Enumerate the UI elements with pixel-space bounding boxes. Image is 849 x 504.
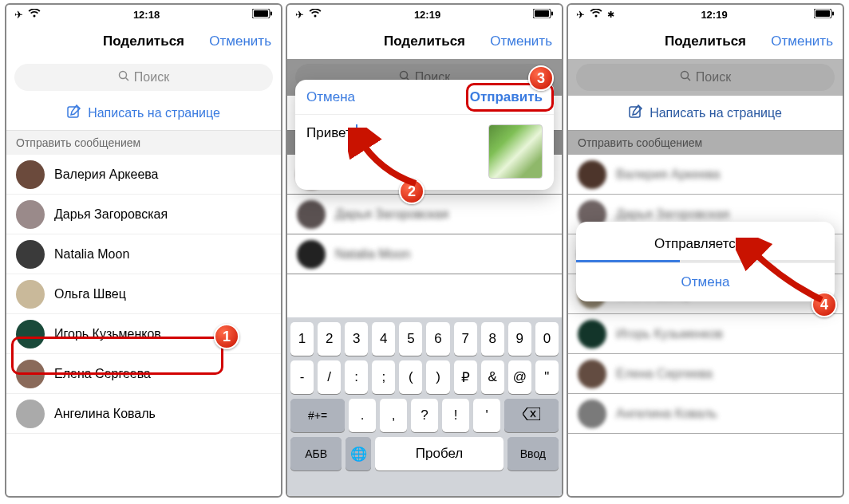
contact-name: Дарья Загоровская [616, 207, 729, 222]
phone-panel-2: ✈ 12:19 Поделиться Отменить Поиск Написа… [286, 3, 563, 498]
contact-name: Natalia Moon [335, 247, 410, 262]
contact-name[interactable]: Валерия Аркеева [54, 167, 159, 182]
compose-icon [629, 104, 643, 122]
svg-rect-7 [535, 10, 549, 17]
navbar: Поделиться Отменить [568, 24, 843, 59]
backspace-icon [523, 408, 540, 424]
contact-name[interactable]: Ольга Швец [54, 287, 126, 301]
section-header: Отправить сообщением [568, 131, 843, 155]
text-cursor [356, 124, 357, 139]
key-ruble[interactable]: ₽ [454, 360, 477, 394]
key-period[interactable]: . [349, 399, 376, 432]
step-badge-1: 1 [214, 324, 239, 349]
search-placeholder: Поиск [134, 70, 169, 85]
navbar: Поделиться Отменить [287, 24, 562, 59]
avatar [16, 400, 45, 428]
key-4[interactable]: 4 [372, 322, 395, 356]
key-rparen[interactable]: ) [426, 360, 449, 394]
battery-icon [252, 9, 273, 21]
sending-cancel-button[interactable]: Отмена [576, 262, 835, 301]
key-1[interactable]: 1 [290, 322, 314, 356]
key-quote[interactable]: " [535, 360, 559, 394]
contact-name[interactable]: Ангелина Коваль [54, 407, 156, 421]
contact-name[interactable]: Игорь Кузьменков [54, 327, 161, 341]
key-6[interactable]: 6 [426, 322, 449, 356]
key-8[interactable]: 8 [481, 322, 504, 356]
phone-panel-1: ✈ 12:18 Поделиться Отменить Поиск [5, 3, 282, 498]
avatar [297, 240, 326, 269]
avatar [16, 320, 45, 348]
progress-fill [576, 260, 680, 262]
key-2[interactable]: 2 [318, 322, 341, 356]
wifi-icon [28, 9, 41, 21]
key-semicolon[interactable]: ; [372, 360, 395, 394]
key-globe[interactable]: 🌐 [346, 437, 371, 471]
key-abc[interactable]: АБВ [290, 437, 342, 471]
contact-row: Елена Сергеева [6, 354, 281, 394]
contact-name: Елена Сергеева [616, 367, 713, 381]
key-dash[interactable]: - [290, 360, 314, 394]
write-on-wall-button[interactable]: Написать на странице [6, 96, 281, 131]
cancel-button[interactable]: Отменить [771, 33, 833, 49]
key-0[interactable]: 0 [535, 322, 559, 356]
wifi-icon [590, 9, 602, 21]
key-question[interactable]: ? [411, 399, 438, 432]
key-exclaim[interactable]: ! [442, 399, 469, 432]
cancel-button[interactable]: Отменить [209, 33, 271, 49]
sending-title: Отправляется… [576, 222, 835, 260]
airplane-icon: ✈ [295, 9, 304, 21]
write-label: Написать на странице [88, 106, 220, 120]
key-comma[interactable]: , [380, 399, 407, 432]
svg-rect-2 [270, 11, 272, 15]
status-bar: ✈ 12:18 [6, 5, 281, 24]
svg-point-9 [400, 72, 407, 79]
message-input[interactable]: Привет! [306, 124, 479, 179]
avatar [16, 360, 45, 388]
key-enter[interactable]: Ввод [507, 437, 559, 471]
svg-rect-13 [815, 10, 830, 17]
key-backspace[interactable] [504, 399, 559, 432]
key-lparen[interactable]: ( [399, 360, 422, 394]
key-5[interactable]: 5 [399, 322, 422, 356]
key-space[interactable]: Пробел [375, 437, 503, 471]
attachment-thumbnail[interactable] [488, 124, 543, 179]
search-wrap: Поиск [6, 59, 281, 96]
write-label: Написать на странице [650, 106, 782, 120]
svg-line-4 [125, 78, 128, 81]
contact-name[interactable]: Дарья Загоровская [54, 207, 168, 222]
keyboard: 1 2 3 4 5 6 7 8 9 0 - / : ; ( ) ₽ & @ [287, 317, 562, 496]
airplane-icon: ✈ [576, 9, 585, 21]
svg-point-3 [119, 72, 126, 79]
key-3[interactable]: 3 [345, 322, 368, 356]
battery-icon [814, 9, 835, 21]
avatar [578, 320, 606, 348]
message-text: Привет! [306, 125, 355, 140]
search-placeholder: Поиск [696, 70, 731, 85]
globe-icon: 🌐 [350, 446, 367, 463]
key-7[interactable]: 7 [454, 322, 477, 356]
navbar: Поделиться Отменить [6, 24, 281, 59]
search-icon [680, 70, 691, 85]
contact-row: Natalia Moon [6, 234, 281, 274]
step-badge-3: 3 [528, 65, 554, 91]
search-icon [118, 70, 129, 85]
page-title: Поделиться [665, 33, 746, 49]
sending-modal: Отправляется… Отмена [576, 222, 835, 301]
modal-cancel-button[interactable]: Отмена [306, 89, 355, 105]
key-symbols[interactable]: #+= [290, 399, 345, 432]
key-slash[interactable]: / [318, 360, 341, 394]
phone-panel-3: ✈ ✱ 12:19 Поделиться Отменить Поиск Напи… [567, 3, 844, 498]
cancel-button[interactable]: Отменить [490, 33, 552, 49]
key-colon[interactable]: : [345, 360, 368, 394]
key-apos[interactable]: ' [473, 399, 500, 432]
key-9[interactable]: 9 [508, 322, 531, 356]
search-input[interactable]: Поиск [14, 64, 273, 91]
key-amp[interactable]: & [481, 360, 504, 394]
contact-name: Валерия Аркеева [616, 167, 721, 182]
key-at[interactable]: @ [508, 360, 531, 394]
contact-name[interactable]: Natalia Moon [54, 247, 129, 262]
contact-name: Ангелина Коваль [616, 407, 717, 421]
status-bar: ✈ ✱ 12:19 [568, 5, 843, 24]
contact-name[interactable]: Елена Сергеева [54, 367, 151, 381]
compose-icon [67, 104, 81, 122]
